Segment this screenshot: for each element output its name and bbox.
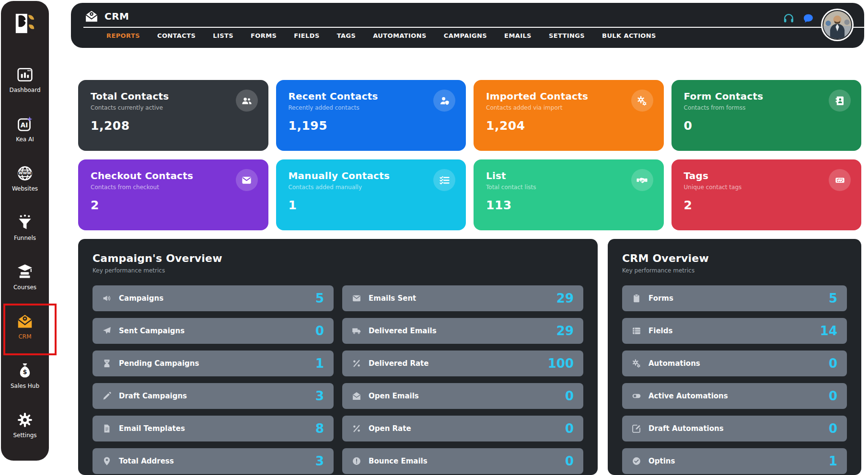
metric-row-delivered-emails: Delivered Emails 29: [342, 318, 583, 344]
metric-label: Automations: [648, 359, 700, 368]
card-subtitle: Contacts added manually: [289, 184, 454, 191]
metric-value: 1: [829, 454, 837, 468]
sidebar: Dashboard Kea AI Websites Funnels Course…: [1, 1, 49, 461]
tab-bulk-actions[interactable]: BULK ACTIONS: [602, 32, 656, 39]
envelope-icon: [352, 294, 361, 303]
sidebar-item-label: CRM: [18, 333, 31, 340]
metric-row-automations: Automations 0: [622, 351, 847, 376]
campaign-metric-rows: Campaigns 5 Emails Sent 29 Sent Campaign…: [93, 285, 583, 474]
sidebar-item-label: Kea AI: [16, 136, 34, 143]
stat-card-total-contacts: Total Contacts Contacts currently active…: [78, 80, 268, 151]
gears-icon: [632, 359, 641, 368]
headphones-icon[interactable]: [783, 12, 795, 24]
sidebar-item-funnels[interactable]: Funnels: [14, 214, 36, 241]
tab-emails[interactable]: EMAILS: [504, 32, 532, 39]
sidebar-item-label: Courses: [13, 284, 36, 291]
money-bag-icon: [16, 362, 34, 379]
card-subtitle: Recently added contacts: [289, 104, 454, 111]
tab-fields[interactable]: FIELDS: [294, 32, 319, 39]
metric-label: Bounce Emails: [369, 457, 428, 465]
tab-forms[interactable]: FORMS: [251, 32, 277, 39]
page-title: CRM: [104, 11, 129, 22]
sidebar-item-crm[interactable]: CRM: [16, 313, 34, 340]
metric-row-optins: Optins 1: [622, 448, 847, 474]
percent-icon: [352, 424, 361, 433]
metric-row-active-automations: Active Automations 0: [622, 383, 847, 409]
sidebar-item-label: Websites: [12, 185, 38, 192]
truck-icon: [352, 326, 361, 336]
crm-nav-tabs: REPORTS CONTACTS LISTS FORMS FIELDS TAGS…: [106, 32, 656, 39]
metric-value: 0: [829, 356, 837, 371]
sidebar-item-kea-ai[interactable]: Kea AI: [16, 115, 34, 143]
metric-row-open-emails: Open Emails 0: [342, 383, 583, 409]
header-bar: CRM REPORTS CONTACTS LISTS FORMS FIELDS …: [71, 3, 864, 48]
tab-lists[interactable]: LISTS: [213, 32, 233, 39]
metric-label: Optins: [648, 457, 675, 465]
sidebar-item-websites[interactable]: Websites: [12, 165, 38, 192]
metric-label: Active Automations: [648, 392, 728, 400]
metric-value: 0: [565, 454, 574, 468]
panel-subtitle: Key performance metrics: [93, 267, 583, 274]
table-list-icon: [632, 326, 641, 336]
panel-subtitle: Key performance metrics: [622, 267, 847, 274]
metric-value: 1: [315, 356, 324, 371]
tab-automations[interactable]: AUTOMATIONS: [373, 32, 427, 39]
funnel-icon: [16, 214, 34, 231]
list-check-icon: [433, 169, 455, 191]
metric-label: Forms: [648, 294, 673, 303]
stat-card-checkout-contacts: Checkout Contacts Contacts from checkout…: [78, 159, 268, 230]
tab-campaigns[interactable]: CAMPAIGNS: [444, 32, 487, 39]
envelope-icon: [236, 169, 258, 191]
websites-globe-icon: [16, 165, 34, 182]
metric-row-draft-automations: Draft Automations 0: [622, 416, 847, 441]
campaign-overview-panel: Campaign's Overview Key performance metr…: [78, 239, 598, 475]
hourglass-icon: [102, 359, 112, 368]
metric-value: 8: [315, 421, 324, 436]
metric-label: Emails Sent: [369, 294, 416, 303]
sidebar-item-label: Sales Hub: [11, 383, 39, 389]
stat-card-manually-contacts: Manually Contacts Contacts added manuall…: [276, 159, 466, 230]
card-subtitle: Contacts from formss: [684, 104, 849, 111]
tab-contacts[interactable]: CONTACTS: [157, 32, 196, 39]
metric-row-bounce-emails: Bounce Emails 0: [342, 448, 583, 474]
address-book-icon: [829, 90, 851, 112]
sidebar-item-dashboard[interactable]: Dashboard: [9, 66, 40, 93]
metric-row-open-rate: Open Rate 0: [342, 416, 583, 441]
sidebar-item-label: Settings: [13, 432, 36, 439]
card-value: 0: [684, 119, 849, 133]
card-value: 1,208: [91, 119, 256, 133]
percent-icon: [352, 359, 361, 368]
card-value: 113: [486, 198, 651, 212]
metric-row-email-templates: Email Templates 8: [93, 416, 334, 441]
metric-row-draft-campaigns: Draft Campaigns 3: [93, 383, 334, 409]
stat-card-imported-contacts: Imported Contacts Contacts added via imp…: [474, 80, 664, 151]
metric-value: 0: [315, 324, 324, 338]
sidebar-item-courses[interactable]: Courses: [13, 263, 36, 291]
tab-tags[interactable]: TAGS: [337, 32, 356, 39]
user-avatar[interactable]: [821, 9, 854, 41]
metric-value: 29: [556, 291, 574, 305]
metric-label: Open Emails: [369, 392, 419, 400]
header-actions: [783, 12, 814, 24]
card-title: Tags: [684, 170, 849, 181]
card-value: 1,195: [289, 119, 454, 133]
card-subtitle: Unique contact tags: [684, 184, 849, 191]
card-title: Form Contacts: [684, 90, 849, 102]
tab-reports[interactable]: REPORTS: [106, 32, 140, 39]
panel-title: CRM Overview: [622, 252, 847, 264]
crm-header-envelope-icon: [84, 9, 99, 23]
tab-settings[interactable]: SETTINGS: [549, 32, 585, 39]
sidebar-item-settings[interactable]: Settings: [13, 411, 36, 439]
header-divider: [83, 27, 864, 28]
metric-value: 0: [565, 421, 574, 436]
chat-icon[interactable]: [802, 12, 814, 24]
sidebar-item-sales-hub[interactable]: Sales Hub: [11, 362, 39, 389]
card-title: Recent Contacts: [289, 90, 454, 102]
metric-label: Delivered Emails: [369, 327, 437, 335]
sidebar-item-label: Dashboard: [9, 87, 40, 93]
app-logo-icon[interactable]: [12, 12, 37, 34]
metric-label: Pending Campaigns: [119, 359, 199, 368]
stat-card-tags: Tags Unique contact tags 2: [671, 159, 862, 230]
metric-label: Draft Automations: [648, 424, 724, 433]
settings-gear-icon: [16, 411, 34, 429]
